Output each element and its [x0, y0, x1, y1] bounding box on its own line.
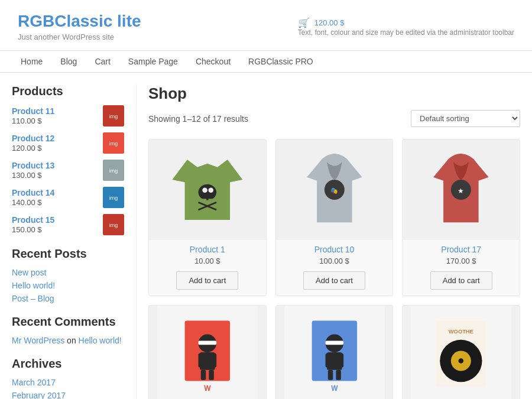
svg-point-15	[202, 188, 207, 193]
svg-point-16	[209, 188, 214, 193]
site-description: Just another WordPress site	[18, 33, 141, 41]
archives-title: Archives	[12, 357, 124, 371]
nav-item: RGBClassic PRO	[239, 51, 322, 72]
site-header: RGBClassic lite Just another WordPress s…	[0, 0, 532, 51]
recent-post-link[interactable]: Hello world!	[12, 281, 55, 290]
svg-rect-13	[202, 199, 206, 202]
products-sidebar-title: Products	[12, 85, 124, 98]
recent-post-link[interactable]: New post	[12, 268, 46, 277]
svg-rect-42	[327, 370, 333, 380]
product-card-name[interactable]: Product 1	[149, 245, 266, 254]
svg-rect-43	[336, 370, 341, 380]
svg-text:img: img	[109, 222, 118, 228]
svg-text:img: img	[109, 141, 118, 147]
product-list-price: 150.00 $	[12, 225, 42, 234]
product-list-price: 140.00 $	[12, 198, 42, 207]
svg-point-12	[199, 184, 217, 200]
nav-link[interactable]: RGBClassic PRO	[239, 51, 322, 72]
product-list-info: Product 13 130.00 $	[12, 161, 54, 180]
product-card-name[interactable]: Product 10	[276, 245, 393, 254]
product-list-info: Product 11 110.00 $	[12, 106, 54, 125]
main-container: Products Product 11 110.00 $ img Product…	[0, 73, 532, 399]
sidebar-product-item: Product 11 110.00 $ img	[12, 105, 124, 126]
comment-author-link[interactable]: Mr WordPress	[12, 336, 64, 345]
product-thumb: img	[103, 214, 124, 235]
svg-text:img: img	[109, 195, 118, 201]
nav-item: Cart	[86, 51, 119, 72]
nav-item: Home	[12, 51, 51, 72]
sidebar: Products Product 11 110.00 $ img Product…	[12, 85, 136, 399]
svg-text:img: img	[109, 168, 118, 174]
header-tagline: Text, font, colour and size may be edite…	[298, 28, 514, 37]
sort-select[interactable]: Default sortingSort by popularitySort by…	[411, 110, 520, 127]
product-list-name[interactable]: Product 13	[12, 161, 54, 170]
product-list-info: Product 12 120.00 $	[12, 134, 54, 153]
product-card-image	[149, 140, 266, 240]
svg-rect-38	[325, 341, 343, 345]
svg-rect-33	[209, 370, 214, 380]
svg-text:W: W	[331, 385, 338, 393]
product-card-price: 100.00 $	[276, 257, 393, 265]
archive-link[interactable]: February 2017	[12, 391, 66, 399]
recent-comments-title: Recent Comments	[12, 315, 124, 329]
product-list-name[interactable]: Product 14	[12, 188, 54, 197]
product-list-price: 130.00 $	[12, 171, 42, 180]
recent-post-item: New post	[12, 268, 124, 277]
header-cart[interactable]: 🛒 120.00 $	[298, 17, 514, 28]
product-card: W Product 3 30.00 $ Add to cart	[275, 305, 394, 399]
sidebar-product-item: Product 14 140.00 $ img	[12, 187, 124, 208]
sidebar-product-item: Product 13 130.00 $ img	[12, 160, 124, 181]
svg-text:img: img	[109, 113, 118, 119]
svg-point-49	[459, 358, 464, 364]
nav-item: Sample Page	[119, 51, 187, 72]
product-thumb: img	[103, 105, 124, 126]
svg-rect-31	[212, 353, 217, 368]
archive-link[interactable]: March 2017	[12, 378, 56, 387]
product-card-image: W	[276, 306, 393, 399]
product-thumb: img	[103, 132, 124, 154]
product-thumb: img	[103, 187, 124, 208]
svg-text:W: W	[204, 385, 211, 393]
product-card: 🎭 Product 10 100.00 $ Add to cart	[275, 139, 394, 296]
add-to-cart-button[interactable]: Add to cart	[176, 271, 238, 290]
nav-link[interactable]: Cart	[86, 51, 119, 72]
nav-link[interactable]: Checkout	[187, 51, 239, 72]
add-to-cart-button[interactable]: Add to cart	[430, 271, 492, 290]
svg-text:★: ★	[458, 187, 465, 195]
nav-link[interactable]: Sample Page	[119, 51, 187, 72]
svg-rect-32	[201, 370, 206, 380]
product-list-price: 120.00 $	[12, 144, 42, 153]
recent-post-item: Hello world!	[12, 281, 124, 290]
add-to-cart-button[interactable]: Add to cart	[303, 271, 365, 290]
comment-post-link[interactable]: Hello world!	[79, 336, 122, 345]
svg-text:🎭: 🎭	[330, 187, 338, 194]
svg-rect-14	[209, 199, 213, 202]
product-list-name[interactable]: Product 12	[12, 134, 54, 143]
nav-item: Checkout	[187, 51, 239, 72]
shop-title: Shop	[148, 85, 520, 103]
product-list-price: 110.00 $	[12, 116, 42, 125]
product-list-info: Product 15 150.00 $	[12, 215, 54, 234]
product-card-image: ★	[403, 140, 520, 240]
header-right: 🛒 120.00 $ Text, font, colour and size m…	[298, 17, 514, 37]
recent-post-link[interactable]: Post – Blog	[12, 294, 54, 303]
results-count: Showing 1–12 of 17 results	[148, 114, 248, 124]
svg-rect-41	[338, 353, 343, 368]
svg-text:WOOTHE: WOOTHE	[449, 329, 473, 335]
nav-link[interactable]: Home	[12, 51, 51, 72]
product-list-name[interactable]: Product 11	[12, 106, 54, 116]
product-card-name[interactable]: Product 17	[403, 245, 520, 254]
cart-amount: 120.00 $	[314, 18, 345, 27]
shop-toolbar: Showing 1–12 of 17 results Default sorti…	[148, 110, 520, 127]
site-branding: RGBClassic lite Just another WordPress s…	[18, 12, 141, 41]
svg-rect-28	[199, 341, 217, 345]
sidebar-product-item: Product 12 120.00 $ img	[12, 132, 124, 154]
shop-main: Shop Showing 1–12 of 17 results Default …	[136, 85, 520, 399]
product-list-name[interactable]: Product 15	[12, 215, 54, 225]
nav-link[interactable]: Blog	[51, 51, 86, 72]
product-card-price: 170.00 $	[403, 257, 520, 265]
recent-comment-item: Mr WordPress on Hello world!	[12, 336, 124, 345]
product-card-image: W	[149, 306, 266, 399]
product-card: W Product 2 20.00 $ Add to cart	[148, 305, 267, 399]
svg-rect-30	[199, 353, 204, 368]
